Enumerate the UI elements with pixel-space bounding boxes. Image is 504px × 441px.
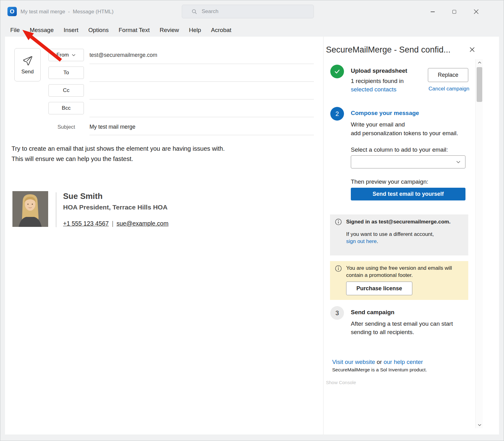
- step3-desc-line2: sending to all recipients.: [351, 329, 414, 336]
- step3-title: Send campaign: [351, 309, 394, 316]
- subject-field-value[interactable]: My test mail merge: [89, 124, 135, 130]
- from-field-underline: [89, 64, 314, 64]
- info-icon: [335, 265, 342, 272]
- signature-phone-link[interactable]: +1 555 123 4567: [63, 220, 109, 227]
- menu-item-insert[interactable]: Insert: [64, 27, 79, 34]
- sign-out-link[interactable]: sign out here: [346, 238, 377, 244]
- menu-item-review[interactable]: Review: [160, 27, 179, 34]
- message-body-editor[interactable]: Try to create an email that just shows t…: [11, 144, 316, 164]
- sign-out-period: .: [377, 238, 378, 244]
- step1-recipients-text: 1 recipients found in: [351, 78, 404, 85]
- cc-field[interactable]: [89, 84, 314, 97]
- subject-label: Subject: [57, 124, 75, 130]
- to-field-underline: [89, 81, 314, 82]
- menu-item-message[interactable]: Message: [30, 27, 54, 34]
- column-select-dropdown[interactable]: [351, 155, 465, 168]
- maximize-button[interactable]: [447, 0, 461, 23]
- panel-footer-links: Visit our website or our help center: [332, 359, 423, 365]
- panel-close-icon: [470, 47, 474, 52]
- body-line-2: This will ensure we can help you the fas…: [11, 154, 316, 164]
- free-version-line2: contain a promotional footer.: [346, 272, 413, 278]
- scrollbar-down-button[interactable]: [476, 421, 483, 428]
- cc-field-underline: [89, 99, 314, 99]
- help-center-link[interactable]: our help center: [383, 359, 423, 365]
- send-test-email-button[interactable]: Send test email to yourself: [351, 188, 465, 200]
- show-console-button[interactable]: Show Console: [326, 380, 356, 385]
- scrollbar-thumb[interactable]: [477, 67, 482, 102]
- subject-field-underline: [89, 135, 314, 135]
- menu-item-options[interactable]: Options: [88, 27, 108, 34]
- product-attribution: SecureMailMerge is a Sol Inventum produc…: [332, 367, 427, 373]
- signature-contact: +1 555 123 4567|sue@example.com: [63, 220, 168, 227]
- to-button-label: To: [63, 70, 69, 76]
- search-box[interactable]: [182, 5, 314, 18]
- free-version-line1: You are using the free version and email…: [346, 265, 452, 271]
- panel-divider: [323, 37, 323, 434]
- signature-divider: [56, 192, 56, 227]
- outlook-app-icon: O: [7, 7, 17, 16]
- cc-button[interactable]: Cc: [48, 84, 84, 97]
- body-line-1: Try to create an email that just shows t…: [11, 144, 316, 154]
- minimize-button[interactable]: [425, 0, 440, 23]
- close-icon: [474, 9, 479, 14]
- panel-scrollbar[interactable]: [475, 59, 483, 428]
- preview-label: Then preview your campaign:: [351, 178, 428, 185]
- to-button[interactable]: To: [48, 67, 84, 79]
- signed-in-line2: If you want to use a different account,: [346, 231, 434, 237]
- footer-or-text: or: [375, 359, 383, 365]
- addin-panel-title: SecureMailMerge - Send confid...: [326, 45, 466, 55]
- step2-badge: 2: [330, 107, 344, 121]
- bcc-button-label: Bcc: [62, 105, 71, 111]
- from-button[interactable]: From: [48, 49, 84, 61]
- close-button[interactable]: [469, 0, 483, 23]
- to-field[interactable]: [89, 67, 314, 79]
- bcc-field[interactable]: [89, 102, 314, 114]
- minimize-icon: [431, 11, 435, 12]
- step3-badge: 3: [330, 306, 344, 320]
- menu-item-file[interactable]: File: [10, 27, 20, 34]
- step2-desc-line1: Write your email and: [351, 121, 405, 128]
- column-select-label: Select a column to add to your email:: [351, 146, 448, 153]
- step2-desc-line2: add personalization tokens to your email…: [351, 130, 458, 137]
- search-input[interactable]: [202, 8, 314, 15]
- chevron-down-icon: [71, 53, 76, 57]
- signature-photo: [12, 191, 48, 227]
- cancel-campaign-link[interactable]: Cancel campaign: [428, 86, 469, 92]
- panel-close-button[interactable]: [467, 44, 477, 54]
- signed-in-account: Signed in as test@securemailmerge.com.: [346, 219, 451, 225]
- checkmark-icon: [334, 68, 341, 75]
- send-button[interactable]: Send: [14, 48, 41, 81]
- purchase-license-button[interactable]: Purchase license: [346, 282, 412, 295]
- step1-complete-badge: [330, 65, 344, 78]
- signed-in-box: Signed in as test@securemailmerge.com. I…: [330, 214, 468, 255]
- step1-title: Upload spreadsheet: [351, 67, 407, 74]
- step3-desc-line1: After sending a test email you can start: [351, 320, 453, 327]
- maximize-icon: [452, 10, 456, 14]
- replace-button[interactable]: Replace: [428, 68, 468, 82]
- window-title: My test mail merge - Message (HTML): [21, 9, 113, 15]
- selected-contacts-link[interactable]: selected contacts: [351, 86, 396, 93]
- cc-button-label: Cc: [63, 87, 70, 94]
- scroll-up-icon: [478, 62, 481, 64]
- signature-email-link[interactable]: sue@example.com: [117, 220, 168, 227]
- free-version-box: You are using the free version and email…: [330, 261, 468, 300]
- scroll-down-icon: [478, 424, 481, 426]
- menu-item-help[interactable]: Help: [189, 27, 201, 34]
- chevron-down-icon: [456, 159, 461, 164]
- bcc-field-underline: [89, 117, 314, 117]
- from-field-value[interactable]: test@securemailmerge.com: [89, 52, 157, 58]
- menu-item-acrobat[interactable]: Acrobat: [211, 27, 231, 34]
- send-button-label: Send: [21, 69, 34, 75]
- menu-bar: File Message Insert Options Format Text …: [0, 23, 504, 37]
- signature-role: HOA President, Terrace Hills HOA: [63, 204, 167, 211]
- visit-website-link[interactable]: Visit our website: [332, 359, 375, 365]
- signature-separator: |: [112, 220, 113, 227]
- menu-item-format-text[interactable]: Format Text: [119, 27, 150, 34]
- search-icon: [191, 9, 197, 15]
- bcc-button[interactable]: Bcc: [48, 102, 84, 114]
- sign-out-line: sign out here.: [346, 238, 378, 245]
- info-icon: [335, 218, 342, 225]
- scrollbar-up-button[interactable]: [476, 59, 483, 66]
- from-button-label: From: [57, 52, 69, 58]
- step2-title: Compose your message: [351, 110, 419, 117]
